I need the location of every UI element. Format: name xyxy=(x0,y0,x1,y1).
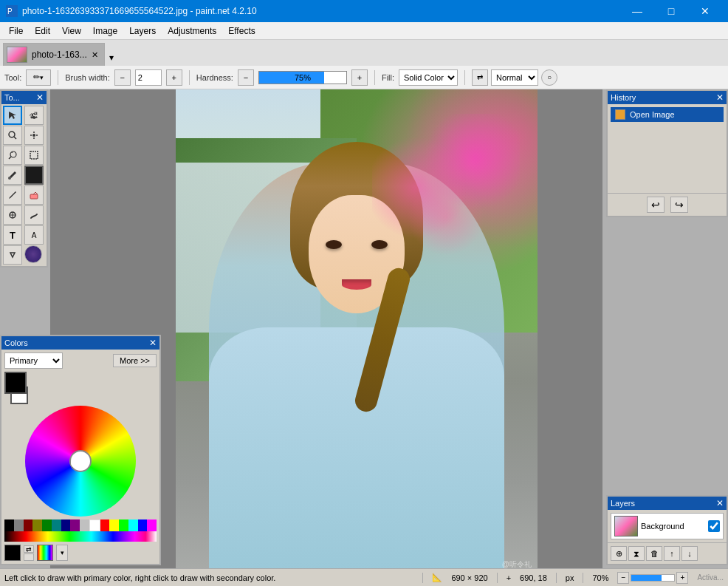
tool-arrow[interactable] xyxy=(3,106,22,125)
color-dropdown-arrow[interactable]: ▾ xyxy=(56,545,68,561)
tool-ellipse[interactable] xyxy=(24,245,42,263)
history-footer: ↩ ↪ xyxy=(608,193,727,216)
color-palette-row xyxy=(4,519,157,531)
layer-visibility-checkbox[interactable] xyxy=(708,520,720,532)
layers-content: Background xyxy=(608,510,727,542)
colors-header[interactable]: Colors ✕ xyxy=(1,336,159,350)
layer-add-button[interactable]: ⊕ xyxy=(611,546,627,561)
color-mini-black[interactable] xyxy=(4,545,21,561)
hardness-value: 75% xyxy=(259,72,346,84)
more-colors-button[interactable]: More >> xyxy=(113,354,157,367)
history-header[interactable]: History ✕ xyxy=(608,91,727,104)
tool-smudge[interactable] xyxy=(24,205,44,225)
layers-header[interactable]: Layers ✕ xyxy=(608,497,727,510)
tool-pan[interactable] xyxy=(24,126,44,145)
tool-move[interactable] xyxy=(24,106,44,125)
menu-view[interactable]: View xyxy=(56,24,87,38)
layer-up-button[interactable]: ↑ xyxy=(664,546,680,561)
svg-line-3 xyxy=(14,137,16,139)
brush-width-label: Brush width: xyxy=(65,73,110,82)
history-item[interactable]: Open Image xyxy=(611,107,724,122)
color-wheel-center xyxy=(69,450,92,472)
minimize-button[interactable]: — xyxy=(620,0,654,22)
palette-cell[interactable] xyxy=(147,519,157,531)
tool-picker[interactable]: ✏ ▾ xyxy=(26,69,51,86)
color-wheel[interactable] xyxy=(25,406,136,517)
layer-item[interactable]: Background xyxy=(611,513,724,539)
menu-edit[interactable]: Edit xyxy=(29,24,56,38)
palette-cell[interactable] xyxy=(14,519,24,531)
history-undo-button[interactable]: ↩ xyxy=(647,197,665,213)
zoom-slider[interactable] xyxy=(631,574,675,582)
tool-magic-wand[interactable] xyxy=(3,146,22,165)
tab-close-icon[interactable]: ✕ xyxy=(92,50,98,60)
tool-text[interactable]: T xyxy=(3,225,22,245)
layers-close-icon[interactable]: ✕ xyxy=(716,498,724,508)
blend-mode-select[interactable]: Normal Multiply Screen xyxy=(491,69,538,86)
palette-cell[interactable] xyxy=(128,519,138,531)
brush-width-decrease[interactable]: − xyxy=(114,69,131,86)
color-wheel-container[interactable] xyxy=(25,406,136,517)
menu-layers[interactable]: Layers xyxy=(123,24,162,38)
palette-cell[interactable] xyxy=(32,519,42,531)
color-mini-gradient[interactable] xyxy=(37,545,53,561)
tool-zoom[interactable] xyxy=(3,126,22,145)
hardness-decrease[interactable]: − xyxy=(238,69,254,86)
brush-width-increase[interactable]: + xyxy=(166,69,182,86)
layer-delete-button[interactable]: 🗑 xyxy=(646,546,662,561)
palette-cell[interactable] xyxy=(80,519,89,531)
app-icon: P xyxy=(6,5,18,17)
menu-adjustments[interactable]: Adjustments xyxy=(162,24,222,38)
brush-width-input[interactable] xyxy=(135,69,162,86)
palette-cell[interactable] xyxy=(70,519,80,531)
colors-close-icon[interactable]: ✕ xyxy=(149,338,157,348)
zoom-decrease-button[interactable]: − xyxy=(617,572,629,584)
palette-cell[interactable] xyxy=(42,519,52,531)
layer-down-button[interactable]: ↓ xyxy=(681,546,698,561)
tool-line[interactable] xyxy=(3,245,22,265)
palette-cell[interactable] xyxy=(119,519,128,531)
tools-close-icon[interactable]: ✕ xyxy=(36,92,44,103)
tool-selection-rect[interactable] xyxy=(24,146,44,165)
hardness-bar[interactable]: 75% xyxy=(258,71,347,84)
layer-copy-button[interactable]: ⧗ xyxy=(628,546,645,561)
swatches-container xyxy=(4,372,41,403)
color-swatches-area xyxy=(4,372,157,403)
menu-image[interactable]: Image xyxy=(87,24,123,38)
tool-color-swatch[interactable] xyxy=(24,166,44,185)
menu-effects[interactable]: Effects xyxy=(222,24,261,38)
layer-name: Background xyxy=(641,522,705,531)
palette-cell[interactable] xyxy=(89,519,100,531)
palette-cell[interactable] xyxy=(52,519,61,531)
menu-file[interactable]: File xyxy=(3,24,29,38)
color-type-select[interactable]: Primary Secondary xyxy=(4,352,63,369)
zoom-increase-button[interactable]: + xyxy=(676,572,688,584)
reset-colors-button[interactable] xyxy=(24,553,34,561)
close-button[interactable]: ✕ xyxy=(688,0,722,22)
palette-cell[interactable] xyxy=(24,519,33,531)
maximize-button[interactable]: □ xyxy=(654,0,688,22)
fill-select[interactable]: Solid Color Gradient Pattern xyxy=(399,69,458,86)
tool-eraser[interactable] xyxy=(24,185,44,205)
svg-rect-9 xyxy=(30,194,38,199)
palette-cell[interactable] xyxy=(100,519,110,531)
tab-dropdown-button[interactable]: ▾ xyxy=(106,50,117,66)
photo-jacket xyxy=(209,327,504,568)
palette-cell[interactable] xyxy=(61,519,71,531)
history-redo-button[interactable]: ↪ xyxy=(670,197,688,213)
history-close-icon[interactable]: ✕ xyxy=(716,92,724,103)
tools-header[interactable]: To... ✕ xyxy=(1,91,47,104)
tool-shapes[interactable]: A xyxy=(24,225,44,245)
tool-pencil[interactable] xyxy=(3,185,22,205)
palette-cell[interactable] xyxy=(4,519,14,531)
palette-cell[interactable] xyxy=(109,519,119,531)
tool-clone[interactable] xyxy=(3,205,22,225)
swap-colors-button[interactable]: ⇄ xyxy=(24,545,34,553)
palette-cell[interactable] xyxy=(138,519,148,531)
status-separator-1 xyxy=(422,573,423,583)
active-tab[interactable]: photo-1-163... ✕ xyxy=(3,43,105,66)
primary-color-swatch[interactable] xyxy=(4,372,27,394)
colors-panel: Colors ✕ Primary Secondary More >> xyxy=(0,335,161,565)
tool-paintbrush[interactable] xyxy=(3,166,22,185)
hardness-increase[interactable]: + xyxy=(351,69,368,86)
